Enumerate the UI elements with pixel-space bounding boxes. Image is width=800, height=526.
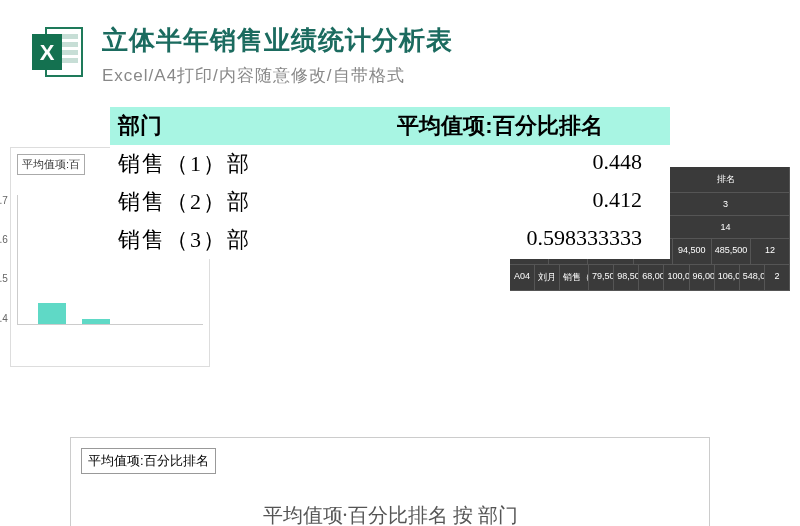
table-cell: 96,000 bbox=[690, 265, 715, 290]
bottom-sheet: 平均值项:百分比排名 平均值项·百分比排名 按 部门 bbox=[70, 437, 710, 526]
table-cell: 刘月 bbox=[535, 265, 560, 290]
table-cell: 548,000 bbox=[740, 265, 765, 290]
header: X 立体半年销售业绩统计分析表 Excel/A4打印/内容随意修改/自带格式 bbox=[0, 0, 800, 107]
table-row: 销售（1）部 0.448 bbox=[110, 145, 670, 183]
table-cell: 销售（2）部 bbox=[118, 187, 338, 217]
table-header-cell: 部门 bbox=[118, 111, 338, 141]
table-header-cell: 排名 bbox=[662, 167, 790, 192]
table-cell: 12 bbox=[751, 239, 790, 264]
bottom-sheet-text: 平均值项·百分比排名 按 部门 bbox=[81, 502, 699, 526]
table-cell: 68,000 bbox=[639, 265, 664, 290]
y-tick: 0.4 bbox=[0, 313, 8, 324]
table-cell: 销售（1）部 bbox=[560, 265, 589, 290]
y-tick: 0.7 bbox=[0, 195, 8, 206]
svg-text:X: X bbox=[40, 40, 55, 65]
page-subtitle: Excel/A4打印/内容随意修改/自带格式 bbox=[102, 64, 770, 87]
table-cell: 14 bbox=[662, 216, 790, 238]
title-block: 立体半年销售业绩统计分析表 Excel/A4打印/内容随意修改/自带格式 bbox=[102, 24, 770, 87]
table-cell: 94,500 bbox=[673, 239, 712, 264]
preview-area: 平均值项:百 0.7 0.6 0.5 0.4 销售额 排名 5,500 3 1,… bbox=[0, 107, 800, 526]
table-cell: 销售（3）部 bbox=[118, 225, 338, 255]
table-cell: 0.598333333 bbox=[338, 225, 662, 255]
table-cell: 3 bbox=[662, 193, 790, 215]
main-summary-table: 部门 平均值项:百分比排名 销售（1）部 0.448 销售（2）部 0.412 … bbox=[110, 107, 670, 259]
table-row: A04 刘月 销售（1）部 79,500 98,500 68,000 100,0… bbox=[510, 265, 790, 291]
table-cell: 0.448 bbox=[338, 149, 662, 179]
table-cell: 106,000 bbox=[715, 265, 740, 290]
chart-y-axis: 0.7 0.6 0.5 0.4 bbox=[0, 195, 8, 324]
table-cell: 100,000 bbox=[664, 265, 689, 290]
table-header: 部门 平均值项:百分比排名 bbox=[110, 107, 670, 145]
table-cell: 0.412 bbox=[338, 187, 662, 217]
back-chart-title: 平均值项:百 bbox=[17, 154, 85, 175]
table-cell: 485,500 bbox=[712, 239, 751, 264]
table-header-cell: 平均值项:百分比排名 bbox=[338, 111, 662, 141]
y-tick: 0.5 bbox=[0, 273, 8, 284]
table-cell: 79,500 bbox=[589, 265, 614, 290]
table-row: 销售（3）部 0.598333333 bbox=[110, 221, 670, 259]
table-row: 销售（2）部 0.412 bbox=[110, 183, 670, 221]
table-cell: 2 bbox=[765, 265, 790, 290]
page-title: 立体半年销售业绩统计分析表 bbox=[102, 24, 770, 58]
table-cell: 98,500 bbox=[614, 265, 639, 290]
chart-bar bbox=[82, 319, 110, 324]
excel-icon: X bbox=[30, 24, 86, 80]
table-cell: A04 bbox=[510, 265, 535, 290]
y-tick: 0.6 bbox=[0, 234, 8, 245]
chart-bar bbox=[38, 303, 66, 324]
bottom-sheet-label: 平均值项:百分比排名 bbox=[81, 448, 216, 474]
table-cell: 销售（1）部 bbox=[118, 149, 338, 179]
